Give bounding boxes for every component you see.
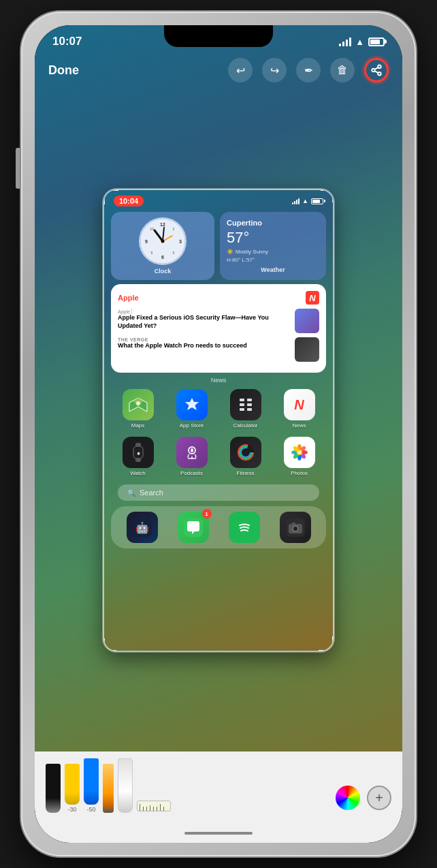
app-appstore[interactable]: App Store	[167, 389, 216, 429]
yellow-marker-tool[interactable]: -30	[65, 764, 80, 813]
blue-marker-label: -50	[86, 806, 95, 813]
svg-text:10: 10	[150, 227, 154, 231]
ruler-body	[137, 801, 171, 811]
svg-rect-20	[240, 403, 244, 406]
black-marker-tool[interactable]	[46, 764, 61, 813]
dock-app-messages[interactable]: 1	[178, 512, 209, 543]
app-podcasts-icon	[176, 437, 208, 468]
app-watch-label: Watch	[130, 470, 145, 476]
app-news-icon: N	[284, 389, 315, 420]
signal-icon	[339, 37, 351, 46]
sun-icon: ☀️	[227, 249, 233, 255]
color-wheel-button[interactable]	[336, 786, 360, 810]
svg-rect-19	[247, 399, 252, 401]
app-calculator-icon	[230, 389, 261, 420]
screen: 10:07 ▲ Done ↩ ↪ ✒ 🗑	[35, 25, 402, 843]
svg-text:⌚: ⌚	[136, 452, 140, 455]
blue-marker-body	[84, 758, 99, 805]
yellow-marker-label: -30	[67, 806, 76, 813]
weather-temp: 57°	[227, 229, 319, 247]
screenshot-wifi-icon: ▲	[302, 198, 308, 204]
search-text: Search	[140, 489, 163, 497]
dock-app-spotify[interactable]	[229, 512, 260, 543]
news-article-2-source: THE VERGE	[118, 337, 291, 342]
news-article-2-title: What the Apple Watch Pro needs to succee…	[118, 342, 291, 350]
app-photos[interactable]: Photos	[275, 437, 323, 476]
screenshot-signal-icon	[292, 198, 300, 204]
battery-icon	[368, 37, 385, 46]
app-grid-row2: ⌚ Watch	[104, 434, 333, 482]
clock-widget: 12 3 6 9 10 2 8 5	[111, 212, 214, 280]
done-button[interactable]: Done	[48, 63, 79, 78]
svg-rect-21	[247, 403, 252, 406]
add-tool-button[interactable]: +	[367, 786, 391, 810]
svg-text:🤖: 🤖	[135, 521, 149, 534]
svg-rect-28	[135, 443, 141, 447]
news-widget: Apple N Apple	[111, 284, 326, 373]
white-marker-body	[118, 758, 133, 813]
toolbar: Done ↩ ↪ ✒ 🗑	[35, 52, 402, 89]
app-maps-icon	[123, 389, 154, 420]
app-photos-label: Photos	[291, 470, 308, 476]
drawing-tools: -30 -50	[46, 758, 171, 813]
weather-condition: ☀️ Mostly Sunny	[227, 249, 319, 255]
trash-button[interactable]: 🗑	[330, 58, 355, 82]
svg-point-45	[297, 450, 302, 455]
svg-text:6: 6	[161, 255, 164, 260]
svg-text:9: 9	[145, 239, 148, 244]
toolbar-icons: ↩ ↪ ✒ 🗑	[228, 58, 389, 82]
app-maps[interactable]: Maps	[114, 389, 162, 429]
dock-app-notes-ai[interactable]: 🤖	[127, 512, 158, 543]
news-article-1-text: Apple Apple Fixed a Serious iOS Security…	[118, 309, 291, 330]
pencil-body	[103, 764, 114, 813]
messages-badge: 1	[202, 509, 212, 518]
app-calculator[interactable]: Calculator	[221, 389, 270, 429]
app-podcasts-label: Podcasts	[180, 470, 203, 476]
app-podcasts[interactable]: Podcasts	[167, 437, 216, 476]
screenshot-time-badge: 10:04	[114, 196, 144, 206]
share-button[interactable]	[364, 58, 389, 82]
undo-button[interactable]: ↩	[228, 58, 253, 82]
app-fitness-label: Fitness	[237, 470, 255, 476]
ruler-tool[interactable]	[137, 801, 171, 813]
ruler-marks	[137, 801, 166, 811]
app-fitness-icon	[230, 437, 261, 468]
news-article-2-thumb	[295, 337, 319, 362]
notch	[164, 25, 273, 47]
widgets-row: 12 3 6 9 10 2 8 5	[104, 209, 333, 284]
corner-handle-tr	[321, 189, 334, 202]
search-icon: 🔍	[127, 489, 135, 497]
news-widget-label: News	[104, 377, 333, 384]
status-icons: ▲	[339, 37, 385, 47]
weather-city: Cupertino	[227, 219, 319, 227]
white-marker-tool[interactable]	[118, 758, 133, 813]
phone-inner: 10:07 ▲ Done ↩ ↪ ✒ 🗑	[35, 25, 402, 843]
phone-outer: 10:07 ▲ Done ↩ ↪ ✒ 🗑	[21, 12, 416, 856]
pen-button[interactable]: ✒	[296, 58, 321, 82]
weather-label: Weather	[227, 266, 319, 273]
app-appstore-label: App Store	[180, 422, 204, 429]
app-calculator-label: Calculator	[233, 422, 257, 429]
weather-condition-text: Mostly Sunny	[236, 249, 268, 255]
redo-button[interactable]: ↪	[262, 58, 287, 82]
app-news[interactable]: N News	[275, 389, 323, 429]
dock: 🤖 1	[111, 506, 326, 548]
news-n-letter: N	[294, 397, 304, 413]
app-fitness[interactable]: Fitness	[221, 437, 270, 476]
pencil-tool[interactable]	[103, 764, 114, 813]
weather-widget: Cupertino 57° ☀️ Mostly Sunny H:80° L:57…	[220, 212, 326, 280]
svg-text:5: 5	[173, 251, 175, 255]
app-appstore-icon	[176, 389, 208, 420]
main-content: 10:04 ▲	[35, 89, 402, 751]
screenshot-frame: 10:04 ▲	[103, 189, 334, 652]
dock-app-camera[interactable]	[280, 512, 311, 543]
status-time: 10:07	[52, 35, 82, 48]
screenshot-status-icons: ▲	[292, 198, 323, 204]
blue-marker-tool[interactable]: -50	[84, 758, 99, 813]
svg-point-31	[191, 448, 193, 452]
app-watch[interactable]: ⌚ Watch	[114, 437, 162, 476]
app-photos-icon	[284, 437, 315, 468]
svg-rect-22	[240, 408, 244, 411]
svg-rect-18	[240, 399, 244, 401]
search-bar[interactable]: 🔍 Search	[118, 484, 319, 501]
